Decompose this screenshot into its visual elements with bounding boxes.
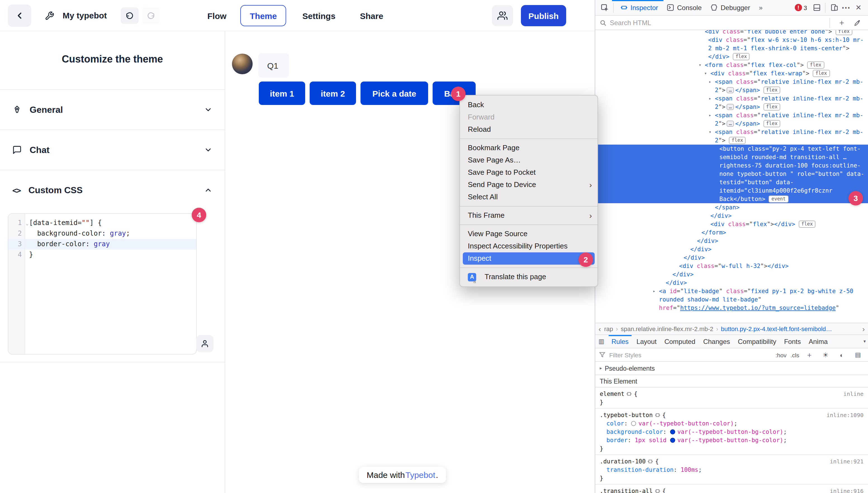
rule-source-link[interactable]: inline:921 <box>830 457 864 466</box>
rule-declaration[interactable]: background-color: var(--typebot-button-b… <box>600 428 864 436</box>
tab-share[interactable]: Share <box>360 0 383 31</box>
expand-arrow-icon[interactable]: ▸ <box>600 366 602 371</box>
panel-dropdown-icon[interactable]: ▾ <box>861 339 868 344</box>
breadcrumb-scroll-right-icon[interactable]: › <box>859 325 868 333</box>
collapsed-children-icon[interactable]: … <box>727 104 734 110</box>
print-media-icon[interactable]: ▤ <box>852 348 864 362</box>
add-rule-icon[interactable]: ＋ <box>803 348 815 362</box>
menu-item-select-all[interactable]: Select All <box>460 191 598 203</box>
add-node-icon[interactable]: ＋ <box>835 16 848 29</box>
node-target-icon[interactable] <box>655 413 660 417</box>
rule-source-link[interactable]: inline:916 <box>830 487 864 493</box>
flex-badge[interactable]: flex <box>729 137 746 144</box>
fold-arrow-icon[interactable]: ⌄ <box>26 218 28 229</box>
code-line[interactable]: } <box>25 250 196 260</box>
tree-node-selected[interactable]: <button class="py-2 px-4 text-left font-… <box>595 145 868 203</box>
breadcrumb-scroll-left-icon[interactable]: ‹ <box>595 325 604 333</box>
chevron-down-icon[interactable] <box>204 106 213 114</box>
twisty-expanded-icon[interactable]: ▾ <box>699 61 705 69</box>
node-target-icon[interactable] <box>655 489 660 493</box>
rule-source-link[interactable]: inline <box>843 390 864 398</box>
error-count-icon[interactable]: ! <box>795 4 802 11</box>
light-theme-icon[interactable]: ☀ <box>820 348 832 362</box>
breadcrumb-item[interactable]: rap <box>604 325 613 332</box>
back-button[interactable] <box>8 4 31 27</box>
tree-node[interactable]: </div> <box>595 212 868 220</box>
tree-node[interactable]: </div> <box>595 237 868 245</box>
rules-tab-changes[interactable]: Changes <box>699 335 734 348</box>
collapsed-children-icon[interactable]: … <box>727 121 734 127</box>
rule-declaration[interactable]: color: var(--typebot-button-color); <box>600 419 864 428</box>
tree-node[interactable]: </form> <box>595 228 868 237</box>
node-target-icon[interactable] <box>627 391 632 396</box>
chat-choice-button[interactable]: Pick a date <box>361 82 428 105</box>
menu-item-save-page-to-pocket[interactable]: Save Page to Pocket <box>460 166 598 179</box>
flex-badge[interactable]: flex <box>807 61 824 69</box>
tree-node[interactable]: <div class="flex bubble enter done">flex <box>595 30 868 36</box>
tree-node[interactable]: </div> <box>595 254 868 262</box>
tree-node[interactable]: ▸<a id="lite-badge" class="fixed py-1 px… <box>595 287 868 312</box>
more-tabs-chevron-icon[interactable]: » <box>754 1 767 14</box>
made-with-badge[interactable]: Made with Typebot. <box>359 467 446 483</box>
flex-badge[interactable]: flex <box>813 70 830 77</box>
twisty-collapsed-icon[interactable]: ▸ <box>709 78 715 86</box>
rules-tab-rules[interactable]: Rules <box>608 335 632 348</box>
redo-button[interactable] <box>142 7 160 24</box>
breadcrumb-item[interactable]: span.relative.inline-flex.mr-2.mb-2 <box>621 325 713 332</box>
menu-item-back[interactable]: Back <box>460 99 598 111</box>
twisty-collapsed-icon[interactable]: ▸ <box>709 94 715 103</box>
menu-item-save-page-as[interactable]: Save Page As… <box>460 154 598 166</box>
rules-tab-compatibility[interactable]: Compatibility <box>734 335 780 348</box>
tab-theme[interactable]: Theme <box>240 5 286 26</box>
sidebar-section-custom-css[interactable]: <> Custom CSS <box>0 170 225 210</box>
tree-node[interactable]: ▸<span class="relative inline-flex mr-2 … <box>595 94 868 111</box>
node-target-icon[interactable] <box>648 459 653 464</box>
menu-item-send-page-to-device[interactable]: Send Page to Device› <box>460 179 598 191</box>
flex-badge[interactable]: flex <box>763 103 780 110</box>
hov-toggle[interactable]: :hov <box>775 351 787 358</box>
sidebar-toggle-icon[interactable]: ▥ <box>595 335 608 348</box>
tree-node[interactable]: </span> <box>595 203 868 212</box>
tree-node[interactable]: </div> <box>595 279 868 287</box>
eyedropper-icon[interactable] <box>851 16 864 29</box>
rule-source-link[interactable]: inline:1090 <box>827 411 864 419</box>
breadcrumb-item[interactable]: button.py-2.px-4.text-left.font-semibold… <box>721 325 832 332</box>
chevron-up-icon[interactable] <box>204 186 213 194</box>
flex-badge[interactable]: flex <box>763 120 780 127</box>
tree-node[interactable]: ▸<span class="relative inline-flex mr-2 … <box>595 78 868 94</box>
tree-node[interactable]: </div> <box>595 270 868 279</box>
tree-node[interactable]: ▾<span class="relative inline-flex mr-2 … <box>595 128 868 145</box>
rules-tab-layout[interactable]: Layout <box>632 335 660 348</box>
responsive-mode-icon[interactable] <box>828 1 840 14</box>
menu-item-bookmark-page[interactable]: Bookmark Page <box>460 142 598 154</box>
split-console-icon[interactable] <box>810 1 823 14</box>
pseudo-elements-section[interactable]: ▸ Pseudo-elements <box>595 362 868 375</box>
tree-node[interactable]: <div class="w-full h-32"></div> <box>595 262 868 270</box>
error-count[interactable]: 3 <box>804 4 807 11</box>
tree-node[interactable]: ▸<span class="relative inline-flex mr-2 … <box>595 111 868 128</box>
tree-node[interactable]: ▾<div class="flex flex-wrap">flex <box>595 69 868 78</box>
typebot-name[interactable]: My typebot <box>63 10 107 20</box>
color-swatch[interactable] <box>670 429 675 434</box>
menu-item-inspect[interactable]: Inspect <box>463 252 595 265</box>
tree-node[interactable]: </div> <box>595 245 868 254</box>
code-line[interactable]: [data-itemid=""] { <box>25 218 196 228</box>
tree-node[interactable]: <div class="flex"></div>flex <box>595 220 868 228</box>
rules-tab-computed[interactable]: Computed <box>660 335 699 348</box>
menu-item-inspect-accessibility-properties[interactable]: Inspect Accessibility Properties <box>460 240 598 252</box>
publish-button[interactable]: Publish <box>521 5 566 26</box>
chevron-down-icon[interactable] <box>204 146 213 154</box>
flex-badge[interactable]: flex <box>799 220 816 228</box>
pick-element-icon[interactable] <box>599 1 611 14</box>
rule-declaration[interactable]: border: 1px solid var(--typebot-button-b… <box>600 436 864 445</box>
chat-choice-button[interactable]: item 1 <box>259 82 305 105</box>
rule-selector[interactable]: .transition-all <box>600 487 653 493</box>
tree-node[interactable]: <div class="flex w-6 xs:w-10 h-6 xs:h-10… <box>595 36 868 61</box>
search-html-bar[interactable]: Search HTML ＋ <box>595 16 868 30</box>
rules-tab-anima[interactable]: Anima <box>805 335 832 348</box>
rule-selector[interactable]: .duration-100 <box>600 457 646 466</box>
close-devtools-icon[interactable]: ✕ <box>852 1 865 14</box>
rule-selector[interactable]: element <box>600 390 625 398</box>
editor-code[interactable]: [data-itemid=""] { background-color: gra… <box>25 214 196 354</box>
twisty-expanded-icon[interactable]: ▾ <box>704 69 710 78</box>
